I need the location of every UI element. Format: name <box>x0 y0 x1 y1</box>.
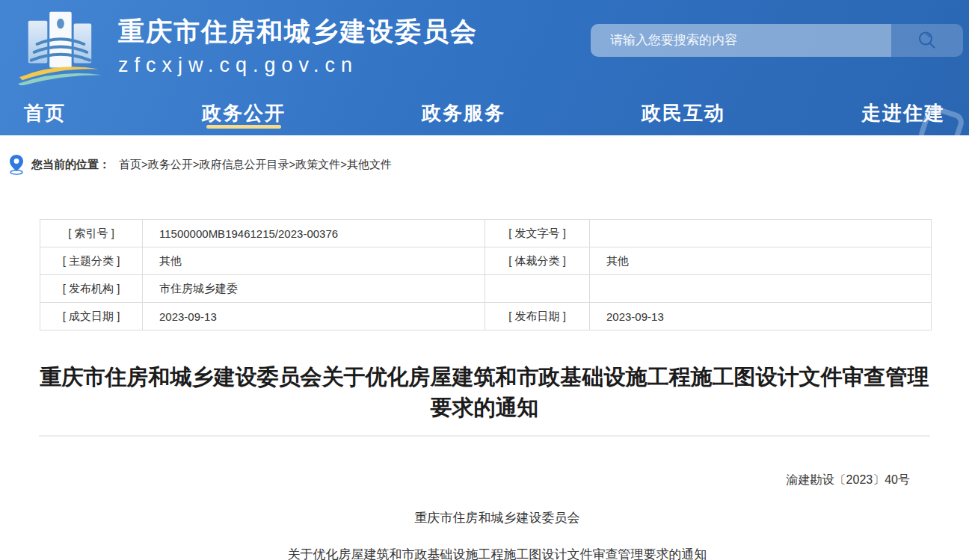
breadcrumb-path[interactable]: 首页>政务公开>政府信息公开目录>政策文件>其他文件 <box>119 158 392 172</box>
site-title: 重庆市住房和城乡建设委员会 <box>118 14 478 49</box>
search-button[interactable] <box>891 24 963 57</box>
nav-item-label: 政务服务 <box>422 100 505 126</box>
nav-item-label: 政民互动 <box>642 100 725 126</box>
search-input[interactable] <box>591 24 891 57</box>
nav-item-label: 首页 <box>24 100 66 126</box>
table-row: [ 索引号 ] 11500000MB19461215/2023-00376 [ … <box>40 220 932 247</box>
title-divider <box>39 435 930 437</box>
meta-label-issuing-agency: [ 发布机构 ] <box>40 275 143 303</box>
nav-item-home[interactable]: 首页 <box>24 91 66 135</box>
meta-value-empty <box>590 275 932 303</box>
meta-label-doc-symbol: [ 发文字号 ] <box>485 220 590 247</box>
search-icon <box>917 30 938 51</box>
page-title: 重庆市住房和城乡建设委员会关于优化房屋建筑和市政基础设施工程施工图设计文件审查管… <box>39 362 930 423</box>
table-row: [ 发布机构 ] 市住房城乡建委 <box>40 275 932 303</box>
meta-value-publish-date: 2023-09-13 <box>590 303 932 330</box>
location-pin-icon <box>9 154 24 175</box>
breadcrumb-label: 您当前的位置： <box>31 158 110 172</box>
top-banner: 重庆市住房和城乡建设委员会 zfcxjw.cq.gov.cn 首页 政务公开 政… <box>0 0 969 135</box>
active-tab-underline <box>206 125 281 129</box>
meta-value-doc-symbol <box>590 220 932 247</box>
meta-label-topic-category: [ 主题分类 ] <box>40 247 143 275</box>
site-identity: 重庆市住房和城乡建设委员会 zfcxjw.cq.gov.cn <box>118 14 478 77</box>
meta-label-publish-date: [ 发布日期 ] <box>485 303 590 330</box>
meta-value-topic-category: 其他 <box>143 247 485 275</box>
meta-value-written-date: 2023-09-13 <box>143 303 485 330</box>
table-row: [ 成文日期 ] 2023-09-13 [ 发布日期 ] 2023-09-13 <box>40 303 932 330</box>
site-logo-icon[interactable] <box>15 6 103 85</box>
table-row: [ 主题分类 ] 其他 [ 体裁分类 ] 其他 <box>40 247 932 275</box>
document-number: 渝建勘设〔2023〕40号 <box>64 473 931 488</box>
nav-item-services[interactable]: 政务服务 <box>422 91 505 135</box>
article-body: 渝建勘设〔2023〕40号 重庆市住房和城乡建设委员会 关于优化房屋建筑和市政基… <box>64 473 931 560</box>
meta-value-genre-category: 其他 <box>590 247 932 275</box>
meta-label-written-date: [ 成文日期 ] <box>40 303 143 330</box>
nav-item-label: 政务公开 <box>202 100 286 126</box>
meta-value-issuing-agency: 市住房城乡建委 <box>143 275 485 303</box>
article-issuer-line: 重庆市住房和城乡建设委员会 <box>64 509 931 526</box>
meta-value-index-no: 11500000MB19461215/2023-00376 <box>143 220 485 247</box>
document-meta-table: [ 索引号 ] 11500000MB19461215/2023-00376 [ … <box>40 219 932 330</box>
meta-label-genre-category: [ 体裁分类 ] <box>485 247 590 275</box>
main-nav: 首页 政务公开 政务服务 政民互动 走进住建 <box>0 91 969 135</box>
site-url: zfcxjw.cq.gov.cn <box>118 54 478 77</box>
meta-label-index-no: [ 索引号 ] <box>40 220 143 247</box>
site-header: 重庆市住房和城乡建设委员会 zfcxjw.cq.gov.cn <box>0 0 969 91</box>
meta-label-empty <box>485 275 590 303</box>
article-subject-line: 关于优化房屋建筑和市政基础设施工程施工图设计文件审查管理要求的通知 <box>64 546 931 560</box>
emblem-watermark-icon <box>915 102 968 135</box>
breadcrumb: 您当前的位置： 首页>政务公开>政府信息公开目录>政策文件>其他文件 <box>9 153 969 176</box>
nav-item-interaction[interactable]: 政民互动 <box>642 91 725 135</box>
nav-item-government-affairs[interactable]: 政务公开 <box>202 91 286 135</box>
search-bar <box>591 24 963 57</box>
